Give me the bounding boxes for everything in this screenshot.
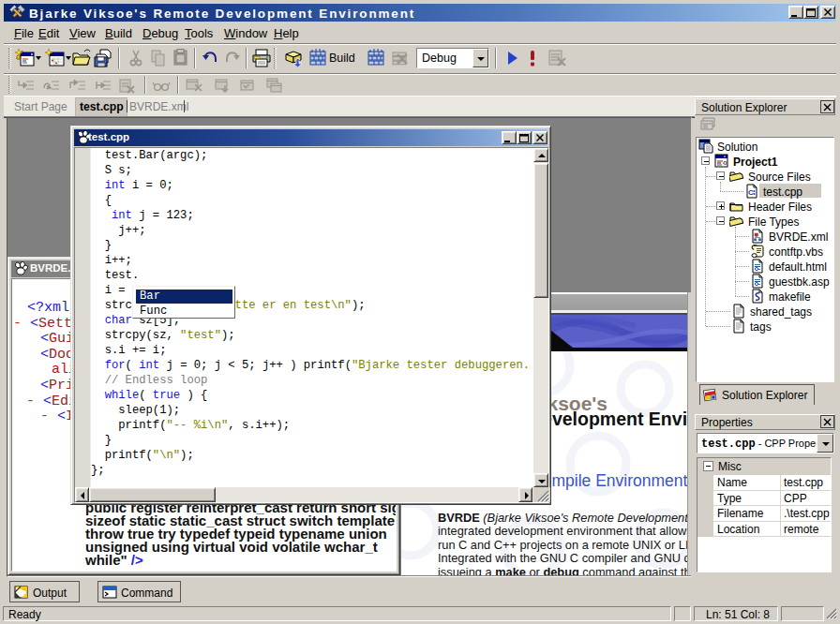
svg-text:C: C xyxy=(748,188,754,197)
